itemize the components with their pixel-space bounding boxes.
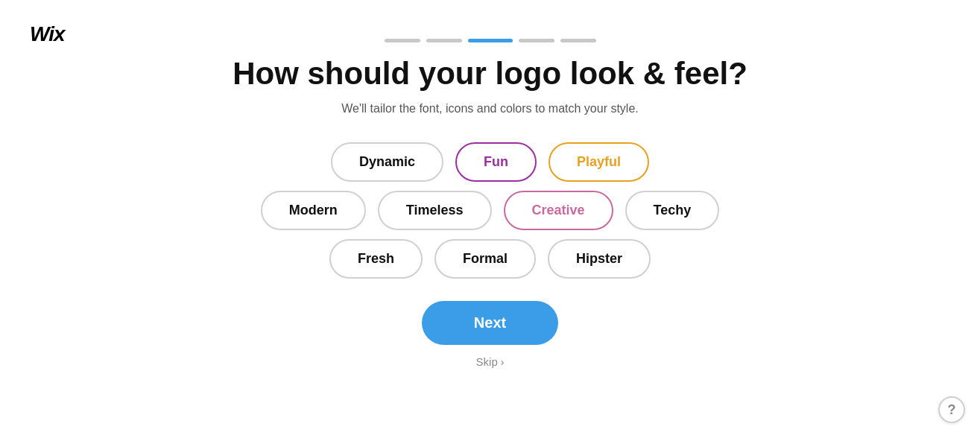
option-dynamic[interactable]: Dynamic bbox=[331, 142, 443, 182]
skip-chevron-icon: › bbox=[501, 356, 505, 368]
option-fun[interactable]: Fun bbox=[455, 142, 537, 182]
page-subtitle: We'll tailor the font, icons and colors … bbox=[341, 102, 639, 115]
options-container: Dynamic Fun Playful Modern Timeless Crea… bbox=[261, 142, 719, 279]
progress-step-1 bbox=[385, 39, 420, 42]
skip-label: Skip bbox=[476, 355, 498, 368]
progress-step-5 bbox=[560, 39, 596, 42]
options-row-2: Modern Timeless Creative Techy bbox=[261, 191, 719, 230]
help-button[interactable]: ? bbox=[938, 396, 965, 423]
option-formal[interactable]: Formal bbox=[434, 239, 536, 279]
option-fresh[interactable]: Fresh bbox=[329, 239, 423, 279]
option-modern[interactable]: Modern bbox=[261, 191, 366, 230]
progress-step-4 bbox=[519, 39, 554, 42]
options-row-1: Dynamic Fun Playful bbox=[331, 142, 649, 182]
options-row-3: Fresh Formal Hipster bbox=[329, 239, 651, 279]
option-playful[interactable]: Playful bbox=[549, 142, 649, 182]
wix-logo: Wix bbox=[30, 22, 65, 46]
progress-step-2 bbox=[426, 39, 462, 42]
option-hipster[interactable]: Hipster bbox=[548, 239, 651, 279]
skip-link[interactable]: Skip › bbox=[476, 355, 505, 368]
option-creative[interactable]: Creative bbox=[504, 191, 613, 230]
page-title: How should your logo look & feel? bbox=[233, 56, 747, 92]
main-content: How should your logo look & feel? We'll … bbox=[0, 42, 980, 368]
option-timeless[interactable]: Timeless bbox=[378, 191, 492, 230]
next-button[interactable]: Next bbox=[422, 301, 558, 345]
logo-text: Wix bbox=[30, 22, 65, 45]
option-techy[interactable]: Techy bbox=[625, 191, 720, 230]
progress-step-3 bbox=[468, 39, 513, 42]
